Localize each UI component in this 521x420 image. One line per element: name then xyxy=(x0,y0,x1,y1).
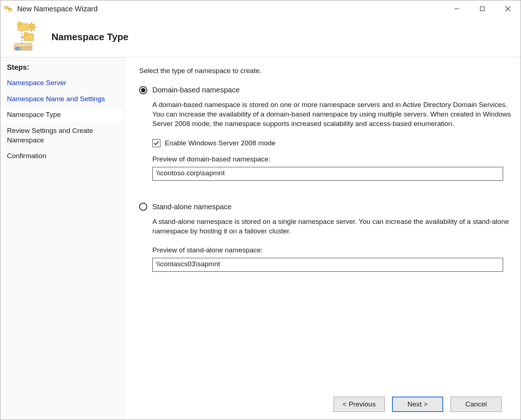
minimize-button[interactable] xyxy=(444,1,469,16)
step-namespace-type[interactable]: Namespace Type xyxy=(0,108,123,122)
standalone-description: A stand-alone namespace is stored on a s… xyxy=(152,217,511,236)
wizard-window: New Namespace Wizard xyxy=(0,0,521,420)
steps-heading: Steps: xyxy=(7,63,123,72)
domain-preview-field: \\contoso.corp\sapmnt xyxy=(152,167,503,181)
standalone-preview-label: Preview of stand-alone namespace: xyxy=(152,246,511,254)
svg-line-14 xyxy=(34,23,35,25)
standalone-preview-field: \\contascs03\sapmnt xyxy=(152,258,503,272)
checkbox-icon xyxy=(152,139,160,147)
title-bar: New Namespace Wizard xyxy=(0,0,521,17)
svg-line-11 xyxy=(28,23,30,25)
domain-description: A domain-based namespace is stored on on… xyxy=(152,100,511,129)
checkbox-ws2008-mode[interactable]: Enable Windows Server 2008 mode xyxy=(152,139,511,147)
instruction-text: Select the type of namespace to create. xyxy=(139,67,511,75)
radio-stand-alone[interactable]: Stand-alone namespace xyxy=(139,203,511,211)
radio-icon xyxy=(139,203,147,211)
wizard-footer: < Previous Next > Cancel xyxy=(139,388,511,420)
banner-title: Namespace Type xyxy=(52,31,129,43)
radio-icon xyxy=(139,86,147,94)
svg-rect-18 xyxy=(24,32,28,35)
radio-domain-based[interactable]: Domain-based namespace xyxy=(139,86,511,94)
svg-line-13 xyxy=(28,29,30,30)
step-namespace-server[interactable]: Namespace Server xyxy=(6,76,123,90)
svg-rect-20 xyxy=(14,43,32,46)
svg-point-21 xyxy=(15,47,20,50)
svg-rect-1 xyxy=(8,8,12,11)
close-button[interactable] xyxy=(495,1,521,16)
svg-rect-16 xyxy=(18,22,22,24)
svg-rect-3 xyxy=(480,7,484,11)
checkbox-label: Enable Windows Server 2008 mode xyxy=(165,139,275,147)
next-button[interactable]: Next > xyxy=(392,397,443,412)
maximize-button[interactable] xyxy=(469,1,495,16)
cancel-button[interactable]: Cancel xyxy=(450,397,502,412)
window-title: New Namespace Wizard xyxy=(17,5,98,13)
radio-label: Stand-alone namespace xyxy=(152,203,232,211)
step-review-create: Review Settings and Create Namespace xyxy=(6,124,123,147)
svg-rect-0 xyxy=(5,6,8,9)
option-domain-based: Domain-based namespace A domain-based na… xyxy=(139,86,511,181)
radio-label: Domain-based namespace xyxy=(152,86,240,94)
option-stand-alone: Stand-alone namespace A stand-alone name… xyxy=(139,203,511,272)
app-icon xyxy=(3,4,14,14)
wizard-body: Steps: Namespace Server Namespace Name a… xyxy=(0,57,521,420)
svg-line-12 xyxy=(34,29,35,30)
step-confirmation: Confirmation xyxy=(6,149,123,163)
steps-sidebar: Steps: Namespace Server Namespace Name a… xyxy=(0,57,124,420)
domain-preview-label: Preview of domain-based namespace: xyxy=(152,155,511,163)
wizard-banner: Namespace Type xyxy=(0,17,521,57)
main-panel: Select the type of namespace to create. … xyxy=(124,57,521,420)
namespace-type-icon xyxy=(9,20,43,54)
step-namespace-name-settings[interactable]: Namespace Name and Settings xyxy=(6,92,123,106)
previous-button[interactable]: < Previous xyxy=(334,397,385,412)
